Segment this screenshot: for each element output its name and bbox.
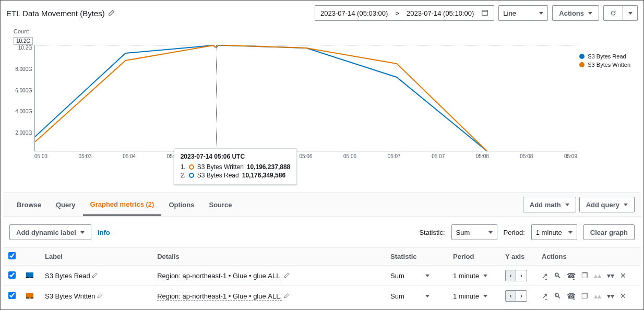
y-axis-toggle[interactable]: ‹›	[505, 290, 527, 302]
table-row: S3 Bytes Read Region: ap-northeast-1 • G…	[3, 266, 641, 286]
calendar-icon	[481, 9, 488, 18]
move-down-icon[interactable]: ▾▾	[607, 271, 614, 280]
period-select[interactable]: 1 minute	[531, 224, 577, 240]
metric-details[interactable]: Region: ap-northeast-1 • Glue • glue.ALL…	[157, 272, 282, 280]
caret-down-icon	[488, 231, 493, 234]
series-swatch[interactable]	[26, 293, 33, 299]
crosshair: 07-14 05:05	[216, 45, 217, 151]
caret-down-icon	[628, 12, 633, 15]
legend-item[interactable]: S3 Bytes Written	[579, 62, 630, 68]
row-checkbox[interactable]	[8, 292, 16, 299]
legend-swatch	[579, 62, 585, 67]
svg-rect-0	[482, 10, 488, 15]
legend-item[interactable]: S3 Bytes Read	[579, 53, 630, 59]
share-icon[interactable]: ↗̮	[542, 271, 548, 280]
caret-down-icon	[425, 275, 430, 277]
table-row: S3 Bytes Written Region: ap-northeast-1 …	[3, 286, 641, 306]
alarm-icon[interactable]: ☎̮	[567, 271, 576, 280]
edit-details-icon[interactable]	[284, 272, 290, 280]
row-period-select[interactable]: 1 minute	[453, 292, 487, 300]
widget-title: ETL Data Movement (Bytes)	[6, 9, 105, 18]
legend-swatch	[579, 54, 585, 59]
x-ticks: 05:03 05:03 05:04 05:04 05:05 05:05 05:0…	[34, 153, 577, 159]
statistic-label: Statistic:	[419, 229, 445, 236]
series-ring-icon	[189, 164, 194, 170]
edit-details-icon[interactable]	[284, 292, 290, 300]
copy-icon[interactable]: ❐	[581, 271, 588, 280]
y-max-bubble: 10.2G	[14, 37, 33, 45]
time-range-end: 2023-07-14 (05:10:00)	[407, 9, 474, 17]
refresh-button[interactable]	[603, 5, 623, 21]
edit-label-icon[interactable]	[92, 272, 98, 280]
tab-browse[interactable]: Browse	[9, 195, 49, 215]
caret-down-icon	[483, 275, 487, 277]
table-header-row: Label Details Statistic Period Y axis Ac…	[3, 248, 641, 266]
plot-canvas[interactable]: 07-14 05:05	[34, 45, 577, 151]
series-swatch[interactable]	[26, 272, 33, 278]
widget-title-wrap: ETL Data Movement (Bytes)	[6, 9, 115, 18]
tab-query[interactable]: Query	[49, 195, 83, 215]
y-axis-toggle[interactable]: ‹›	[505, 270, 527, 281]
tab-options[interactable]: Options	[161, 195, 201, 215]
metric-details[interactable]: Region: ap-northeast-1 • Glue • glue.ALL…	[157, 292, 282, 301]
col-actions: Actions	[536, 248, 641, 266]
tooltip-row: 2. S3 Bytes Read 10,176,349,586	[181, 172, 291, 179]
remove-icon[interactable]: ✕	[620, 271, 626, 280]
info-link[interactable]: Info	[98, 229, 110, 236]
select-all-checkbox[interactable]	[8, 252, 16, 259]
statistic-select[interactable]: Sum	[451, 224, 497, 240]
chart-area: Count 10.2G 10.2G 8.000G 6.000G 4.000G 2…	[3, 25, 641, 192]
chart-type-select[interactable]: Line	[498, 5, 548, 21]
metrics-table: Label Details Statistic Period Y axis Ac…	[3, 247, 641, 306]
chevron-right-icon: >	[395, 9, 399, 17]
metric-label: S3 Bytes Written	[45, 292, 96, 300]
clear-graph-button[interactable]: Clear graph	[583, 224, 635, 240]
remove-icon[interactable]: ✕	[620, 292, 626, 300]
edit-title-icon[interactable]	[108, 9, 115, 18]
edit-label-icon[interactable]	[97, 292, 103, 300]
caret-down-icon	[425, 295, 430, 297]
period-label: Period:	[504, 229, 525, 236]
caret-down-icon	[483, 295, 487, 297]
metric-label: S3 Bytes Read	[45, 272, 90, 280]
chart-svg	[35, 45, 578, 151]
top-bar: ETL Data Movement (Bytes) 2023-07-14 (05…	[3, 3, 641, 25]
add-query-button[interactable]: Add query	[579, 197, 635, 212]
add-math-button[interactable]: Add math	[523, 197, 576, 212]
share-icon[interactable]: ↗̮	[542, 292, 548, 300]
row-actions: ↗̮ 🔍︎ ☎̮ ❐ ▴▴ ▾▾ ✕	[542, 292, 626, 300]
row-statistic-select[interactable]: Sum	[390, 272, 430, 280]
hover-tooltip: 2023-07-14 05:06 UTC 1. S3 Bytes Written…	[174, 148, 297, 185]
row-actions: ↗̮ 🔍︎ ☎̮ ❐ ▴▴ ▾▾ ✕	[542, 271, 626, 280]
actions-button[interactable]: Actions	[552, 5, 599, 21]
row-period-select[interactable]: 1 minute	[453, 272, 487, 280]
caret-down-icon	[539, 12, 543, 15]
col-period: Period	[448, 248, 500, 266]
refresh-options-button[interactable]	[623, 5, 638, 21]
y-axis-label: Count	[14, 28, 635, 34]
caret-down-icon	[588, 12, 592, 15]
refresh-button-group	[603, 5, 638, 21]
alarm-icon[interactable]: ☎̮	[567, 292, 576, 300]
time-range-picker[interactable]: 2023-07-14 (05:03:00) > 2023-07-14 (05:1…	[315, 5, 494, 21]
tab-source[interactable]: Source	[201, 195, 239, 215]
move-down-icon[interactable]: ▾▾	[607, 292, 614, 300]
add-dynamic-label-button[interactable]: Add dynamic label	[9, 224, 91, 240]
controls-row: Add dynamic label Info Statistic: Sum Pe…	[3, 217, 641, 247]
move-up-icon[interactable]: ▴▴	[594, 271, 601, 280]
cloudwatch-metric-widget: ETL Data Movement (Bytes) 2023-07-14 (05…	[0, 0, 644, 310]
time-range-start: 2023-07-14 (05:03:00)	[320, 9, 388, 17]
caret-down-icon	[568, 231, 573, 234]
tab-graphed-metrics[interactable]: Graphed metrics (2)	[83, 194, 162, 216]
series-ring-icon	[189, 173, 194, 178]
zoom-icon[interactable]: 🔍︎	[554, 292, 561, 300]
zoom-icon[interactable]: 🔍︎	[554, 271, 561, 280]
y-ticks: 10.2G 8.000G 6.000G 4.000G 2.000G	[13, 45, 34, 151]
move-up-icon[interactable]: ▴▴	[594, 292, 601, 300]
row-checkbox[interactable]	[8, 271, 16, 279]
caret-down-icon	[565, 204, 569, 206]
row-statistic-select[interactable]: Sum	[390, 292, 430, 300]
copy-icon[interactable]: ❐	[581, 292, 588, 300]
tooltip-title: 2023-07-14 05:06 UTC	[181, 153, 291, 160]
chart-type-value: Line	[503, 9, 516, 17]
